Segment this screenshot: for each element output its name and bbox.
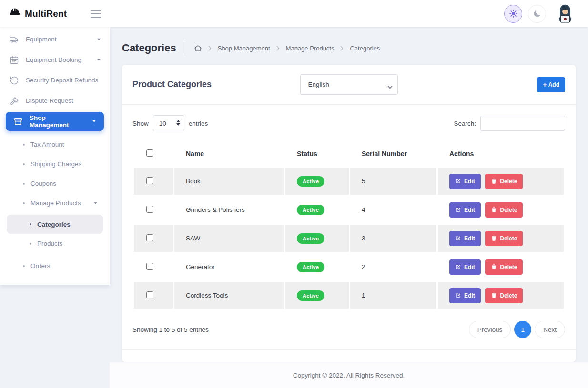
breadcrumb: Shop Management Manage Products Categori… xyxy=(194,44,380,52)
edit-button-label: Edit xyxy=(464,264,475,270)
table-row: Grinders & Polishers Active 4 Edit xyxy=(134,196,564,223)
column-header-status: Status xyxy=(285,141,349,166)
sidebar-item-equipment-booking[interactable]: Equipment Booking xyxy=(0,50,110,70)
page-title: Categories xyxy=(122,42,176,54)
bullet-icon xyxy=(23,144,25,146)
delete-button-label: Delete xyxy=(500,207,517,213)
delete-button[interactable]: Delete xyxy=(485,231,523,246)
search-label: Search: xyxy=(454,120,476,127)
sidebar-item-shop-management[interactable]: Shop Management xyxy=(6,112,104,131)
menu-icon[interactable] xyxy=(89,8,103,20)
trash-icon xyxy=(491,235,497,241)
sidebar-item-products[interactable]: Products xyxy=(0,234,110,253)
dark-mode-button[interactable] xyxy=(528,5,546,23)
select-all-checkbox[interactable] xyxy=(146,149,153,157)
edit-button[interactable]: Edit xyxy=(449,259,481,275)
row-name: SAW xyxy=(174,225,284,252)
row-checkbox[interactable] xyxy=(146,206,153,213)
add-button[interactable]: + Add xyxy=(537,77,565,92)
edit-button-label: Edit xyxy=(464,292,475,299)
previous-page-button[interactable]: Previous xyxy=(469,321,511,338)
bullet-icon xyxy=(30,243,31,245)
sidebar-item-dispute-request[interactable]: Dispute Request xyxy=(0,90,110,111)
sidebar-item-tax-amount[interactable]: Tax Amount xyxy=(0,135,110,154)
delete-button[interactable]: Delete xyxy=(485,288,523,303)
light-mode-button[interactable] xyxy=(504,5,522,23)
search-input[interactable] xyxy=(480,116,565,131)
truck-icon xyxy=(10,35,19,44)
sidebar-item-label: Security Deposit Refunds xyxy=(26,77,98,84)
brand-name: MultiRent xyxy=(25,9,67,19)
delete-button-label: Delete xyxy=(500,178,517,185)
edit-button-label: Edit xyxy=(464,178,475,185)
caret-down-icon xyxy=(93,202,98,205)
edit-button[interactable]: Edit xyxy=(449,174,481,189)
sidebar-item-label: Coupons xyxy=(30,180,56,187)
moon-icon xyxy=(533,9,542,18)
edit-button[interactable]: Edit xyxy=(449,231,481,246)
row-serial: 2 xyxy=(350,253,436,280)
row-checkbox[interactable] xyxy=(146,263,153,270)
breadcrumb-categories[interactable]: Categories xyxy=(350,45,380,52)
row-name: Cordless Tools xyxy=(174,282,284,309)
hard-hat-icon xyxy=(9,7,21,21)
row-name: Book xyxy=(174,168,284,195)
table-body: Book Active 5 Edit xyxy=(134,168,564,309)
sidebar-item-label: Categories xyxy=(37,221,71,228)
status-badge: Active xyxy=(297,233,324,244)
sidebar-item-coupons[interactable]: Coupons xyxy=(0,174,110,193)
edit-button[interactable]: Edit xyxy=(449,288,481,303)
trash-icon xyxy=(491,264,497,270)
trash-icon xyxy=(491,292,497,298)
calendar-icon xyxy=(10,55,19,65)
row-name: Generator xyxy=(174,253,284,280)
delete-button-label: Delete xyxy=(500,292,517,299)
row-serial: 5 xyxy=(350,168,436,195)
sidebar-item-shipping-charges[interactable]: Shipping Charges xyxy=(0,154,110,174)
row-checkbox[interactable] xyxy=(146,291,153,298)
avatar[interactable] xyxy=(555,3,576,24)
card-title: Product Categories xyxy=(132,80,300,90)
store-icon xyxy=(13,117,23,126)
breadcrumb-manage-products[interactable]: Manage Products xyxy=(286,45,335,52)
sidebar-item-label: Orders xyxy=(30,262,50,269)
edit-button-label: Edit xyxy=(464,207,475,213)
table-header-row: Name Status Serial Number Actions xyxy=(134,141,564,166)
row-checkbox[interactable] xyxy=(146,177,153,184)
chevron-right-icon xyxy=(208,46,212,51)
status-badge: Active xyxy=(297,176,324,187)
table-row: Cordless Tools Active 1 Edit xyxy=(134,282,564,309)
sidebar-item-orders[interactable]: Orders xyxy=(0,256,110,276)
edit-button[interactable]: Edit xyxy=(449,202,481,218)
product-categories-card: Product Categories English + Add xyxy=(122,65,576,362)
next-page-button[interactable]: Next xyxy=(535,321,565,338)
sidebar-item-security-deposit-refunds[interactable]: Security Deposit Refunds xyxy=(0,70,110,90)
page-footer: Copyright © 2022, All Rights Reserved. xyxy=(110,362,588,388)
entries-select[interactable]: 10 xyxy=(153,115,184,131)
bullet-icon xyxy=(23,163,25,165)
delete-button[interactable]: Delete xyxy=(485,259,523,275)
delete-button[interactable]: Delete xyxy=(485,174,523,189)
table-row: Book Active 5 Edit xyxy=(134,168,564,195)
delete-button-label: Delete xyxy=(500,235,517,242)
sidebar-item-manage-products[interactable]: Manage Products xyxy=(0,193,110,213)
sidebar-item-equipment[interactable]: Equipment xyxy=(0,29,110,50)
column-header-actions: Actions xyxy=(438,141,564,166)
bullet-icon xyxy=(30,223,31,225)
brand-logo[interactable]: MultiRent xyxy=(9,7,67,21)
bullet-icon xyxy=(23,183,25,185)
bullet-icon xyxy=(23,202,25,204)
language-select[interactable]: English xyxy=(300,74,398,95)
table-summary: Showing 1 to 5 of 5 entries xyxy=(132,326,209,333)
breadcrumb-shop-management[interactable]: Shop Management xyxy=(218,45,270,52)
sidebar-item-reports[interactable]: Reports xyxy=(0,279,110,285)
delete-button[interactable]: Delete xyxy=(485,202,523,218)
edit-square-icon xyxy=(455,235,461,241)
sidebar: Equipment Equipment Booking xyxy=(0,27,110,285)
home-icon[interactable] xyxy=(194,44,202,52)
edit-button-label: Edit xyxy=(464,235,475,242)
page-1-button[interactable]: 1 xyxy=(514,321,531,338)
row-checkbox[interactable] xyxy=(146,234,153,241)
sidebar-item-categories[interactable]: Categories xyxy=(7,215,103,234)
gavel-icon xyxy=(10,96,19,106)
